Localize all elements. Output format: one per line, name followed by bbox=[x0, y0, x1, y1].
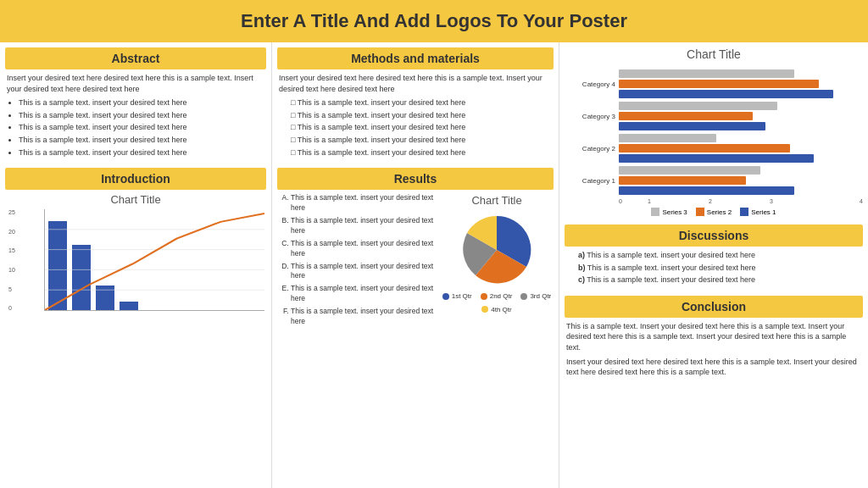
hbar-cat2-s2 bbox=[619, 144, 790, 152]
introduction-heading: Introduction bbox=[5, 168, 266, 190]
hbar-legend: Series 3 Series 2 Series 1 bbox=[565, 208, 863, 216]
results-row: This is a sample text. insert your desir… bbox=[279, 193, 552, 330]
disc-item-b: b) This is a sample text. insert your de… bbox=[578, 263, 861, 274]
hbar-row-cat4: Category 4 bbox=[565, 69, 863, 98]
list-item: This is a sample text. insert your desir… bbox=[291, 122, 552, 133]
legend-dot-s2 bbox=[696, 208, 704, 216]
conclusion-para1: This is a sample text. Insert your desir… bbox=[566, 321, 861, 353]
results-chart-title: Chart Title bbox=[471, 193, 521, 208]
hbar-row-cat1: Category 1 bbox=[565, 166, 863, 195]
column-3: Chart Title Category 4 Category 3 bbox=[559, 42, 868, 488]
hbar-row-cat3: Category 3 bbox=[565, 102, 863, 130]
legend-label-2qtr: 2nd Qtr bbox=[490, 291, 513, 301]
hbar-cat1-label: Category 1 bbox=[565, 177, 615, 185]
list-item: This is a sample text. insert your desir… bbox=[19, 97, 264, 108]
conclusion-para2: Insert your desired text here desired te… bbox=[566, 357, 861, 378]
results-text-list: This is a sample text. insert your desir… bbox=[279, 193, 435, 330]
legend-item-3qtr: 3rd Qtr bbox=[520, 291, 551, 301]
hbar-chart-section: Chart Title Category 4 Category 3 bbox=[565, 47, 863, 219]
list-item: This is a sample text. insert your desir… bbox=[291, 239, 435, 259]
list-item: This is a sample text. insert your desir… bbox=[291, 216, 435, 236]
hbar-cat3-s2 bbox=[619, 112, 753, 120]
bar-3 bbox=[96, 286, 114, 310]
abstract-intro: Insert your desired text here desired te… bbox=[7, 73, 264, 94]
methods-body: Insert your desired text here desired te… bbox=[277, 69, 554, 163]
legend-dot-1qtr bbox=[442, 293, 449, 300]
list-item: This is a sample text. insert your desir… bbox=[19, 122, 264, 133]
vertical-bar-chart bbox=[44, 209, 264, 311]
hbar-cat2-s3 bbox=[619, 134, 716, 142]
methods-intro: Insert your desired text here desired te… bbox=[279, 73, 552, 94]
methods-list: This is a sample text. insert your desir… bbox=[279, 97, 552, 158]
legend-label-3qtr: 3rd Qtr bbox=[530, 291, 551, 301]
results-heading: Results bbox=[277, 168, 554, 190]
hbar-x-labels: 0 1 2 3 4 bbox=[619, 198, 863, 204]
discussions-body: a) This is a sample text. insert your de… bbox=[565, 247, 863, 291]
legend-item-4qtr: 4th Qtr bbox=[481, 305, 511, 314]
legend-item-2qtr: 2nd Qtr bbox=[481, 291, 513, 301]
list-item: This is a sample text. insert your desir… bbox=[291, 110, 552, 121]
bar-2 bbox=[72, 245, 91, 310]
hbar-cat1-s1 bbox=[619, 186, 794, 195]
hbar-legend-s2: Series 2 bbox=[696, 208, 732, 216]
hbar-cat3-s1 bbox=[619, 122, 765, 130]
hbar-chart-title: Chart Title bbox=[565, 47, 863, 61]
conclusion-body: This is a sample text. Insert your desir… bbox=[565, 318, 863, 381]
legend-label-s1: Series 1 bbox=[751, 208, 776, 216]
poster-title: Enter A Title And Add Logos To Your Post… bbox=[241, 10, 627, 31]
hbar-cat2-bars bbox=[619, 134, 863, 163]
hbar-cat1-s3 bbox=[619, 166, 760, 175]
methods-heading: Methods and materials bbox=[277, 47, 554, 69]
legend-label-4qtr: 4th Qtr bbox=[491, 305, 511, 314]
list-item: This is a sample text. insert your desir… bbox=[291, 97, 552, 108]
list-item: This is a sample text. insert your desir… bbox=[291, 147, 552, 158]
horizontal-bar-chart: Category 4 Category 3 bbox=[565, 66, 863, 219]
results-section: Results This is a sample text. insert yo… bbox=[277, 168, 554, 333]
intro-chart-title: Chart Title bbox=[7, 193, 264, 206]
poster-header: Enter A Title And Add Logos To Your Post… bbox=[0, 0, 868, 42]
hbar-cat4-s1 bbox=[619, 90, 833, 98]
hbar-cat2-s1 bbox=[619, 154, 814, 163]
disc-item-a: a) This is a sample text. insert your de… bbox=[578, 250, 861, 261]
legend-dot-s3 bbox=[651, 208, 659, 216]
poster-container: Enter A Title And Add Logos To Your Post… bbox=[0, 0, 868, 488]
legend-label-s3: Series 3 bbox=[662, 208, 687, 216]
legend-label-s2: Series 2 bbox=[707, 208, 732, 216]
hbar-cat1-s2 bbox=[619, 176, 746, 185]
legend-dot-2qtr bbox=[481, 293, 487, 300]
hbar-cat2-label: Category 2 bbox=[565, 145, 615, 152]
list-item: This is a sample text. insert your desir… bbox=[19, 135, 264, 146]
methods-section: Methods and materials Insert your desire… bbox=[277, 47, 554, 163]
disc-item-c: c) This is a sample text. insert your de… bbox=[578, 274, 861, 286]
bar-4 bbox=[120, 302, 138, 310]
column-1: Abstract Insert your desired text here d… bbox=[0, 42, 271, 488]
hbar-cat4-bars bbox=[619, 69, 863, 98]
list-item: This is a sample text. insert your desir… bbox=[19, 110, 264, 121]
legend-dot-s1 bbox=[740, 208, 748, 216]
hbar-legend-s3: Series 3 bbox=[651, 208, 687, 216]
hbar-cat3-bars bbox=[619, 102, 863, 130]
discussions-list: a) This is a sample text. insert your de… bbox=[566, 250, 861, 286]
hbar-cat1-bars bbox=[619, 166, 863, 195]
introduction-chart-area: Chart Title 0 5 10 15 20 25 bbox=[5, 190, 266, 314]
abstract-list: This is a sample text. insert your desir… bbox=[7, 97, 264, 158]
results-pie-chart: Chart Title bbox=[442, 193, 552, 330]
y-axis-labels: 0 5 10 15 20 25 bbox=[8, 209, 15, 311]
discussions-heading: Discussions bbox=[565, 225, 863, 247]
list-item: This is a sample text. insert your desir… bbox=[291, 307, 435, 327]
list-item: This is a sample text. insert your desir… bbox=[291, 193, 435, 214]
conclusion-heading: Conclusion bbox=[565, 296, 863, 318]
legend-dot-4qtr bbox=[481, 306, 488, 313]
pie-svg bbox=[459, 212, 535, 288]
results-list: This is a sample text. insert your desir… bbox=[279, 193, 435, 327]
hbar-cat4-label: Category 4 bbox=[565, 80, 615, 88]
results-body: This is a sample text. insert your desir… bbox=[277, 190, 554, 333]
list-item: This is a sample text. insert your desir… bbox=[291, 262, 435, 282]
hbar-cat3-label: Category 3 bbox=[565, 113, 615, 120]
legend-dot-3qtr bbox=[520, 293, 527, 300]
hbar-legend-s1: Series 1 bbox=[740, 208, 776, 216]
introduction-section: Introduction Chart Title 0 5 10 15 20 25 bbox=[5, 168, 266, 314]
list-item: This is a sample text. insert your desir… bbox=[291, 284, 435, 304]
bar-1 bbox=[48, 221, 67, 310]
pie-legend: 1st Qtr 2nd Qtr 3rd Qtr bbox=[442, 291, 552, 313]
